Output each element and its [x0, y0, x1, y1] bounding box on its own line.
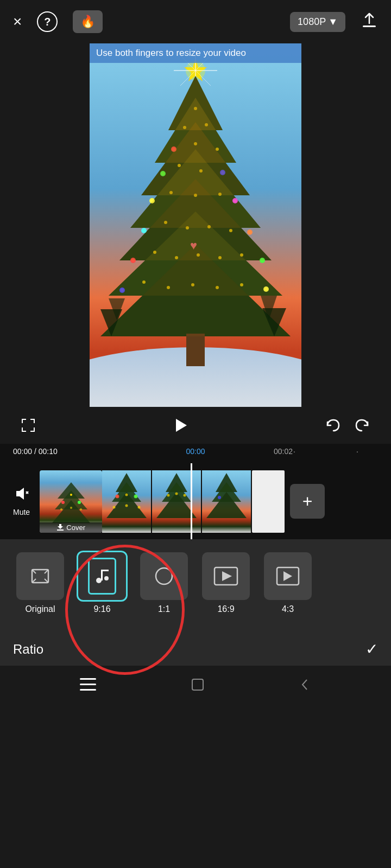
svg-point-108	[175, 492, 178, 495]
cover-download-icon	[56, 524, 64, 531]
svg-point-85	[78, 501, 81, 504]
dot2: ·	[356, 447, 358, 456]
marker2: 00:02	[274, 447, 293, 456]
11-label: 1:1	[158, 604, 170, 614]
bottom-nav	[0, 666, 391, 704]
video-strip: +	[102, 470, 391, 533]
svg-point-84	[61, 501, 65, 504]
menu-icon	[80, 678, 96, 691]
cover-thumbnail[interactable]: Cover	[40, 470, 102, 533]
strip-frame-2	[152, 470, 201, 533]
svg-point-114	[218, 496, 221, 499]
fire-button[interactable]: 🔥	[73, 10, 103, 33]
ratio-item-original[interactable]: Original	[13, 552, 67, 614]
add-clip-button[interactable]: +	[290, 484, 325, 519]
back-button[interactable]	[299, 678, 311, 692]
svg-rect-119	[101, 570, 109, 571]
original-label: Original	[25, 604, 55, 614]
ratio-item-9-16[interactable]: 9:16	[75, 552, 129, 614]
export-button[interactable]	[361, 11, 378, 33]
svg-point-58	[247, 229, 253, 235]
svg-point-99	[125, 504, 128, 507]
back-icon	[299, 678, 311, 692]
svg-rect-16	[186, 334, 205, 366]
original-icon	[29, 565, 51, 587]
timeline[interactable]: 00:00 / 00:10 00:00 · 00:02 ·	[0, 444, 391, 463]
svg-point-98	[113, 506, 116, 508]
track-area: Mute Cover	[0, 463, 391, 539]
ratio-item-16-9[interactable]: 16:9	[199, 552, 253, 614]
check-icon: ✓	[365, 640, 378, 658]
play-button[interactable]	[171, 416, 190, 435]
169-icon-wrap	[202, 552, 250, 600]
svg-rect-125	[80, 678, 96, 680]
tiktok-icon-wrap	[88, 558, 116, 595]
original-icon-wrap	[16, 552, 64, 600]
ratio-item-4-3[interactable]: 4:3	[261, 552, 315, 614]
916-icon-wrap	[78, 552, 126, 600]
ratio-item-1-1[interactable]: 1:1	[137, 552, 191, 614]
svg-rect-118	[101, 570, 103, 580]
ratio-title: Ratio	[13, 642, 43, 657]
svg-marker-83	[52, 500, 90, 523]
svg-point-87	[60, 508, 62, 510]
confirm-ratio-button[interactable]: ✓	[365, 640, 378, 658]
fullscreen-button[interactable]	[20, 417, 37, 434]
help-button[interactable]: ?	[37, 11, 58, 32]
playhead	[191, 463, 192, 539]
svg-marker-122	[222, 571, 232, 581]
current-time: 00:00 / 00:10	[13, 447, 58, 456]
resolution-button[interactable]: 1080P ▼	[290, 12, 345, 32]
svg-point-88	[70, 507, 72, 509]
11-icon	[153, 565, 175, 588]
top-bar-right: 1080P ▼	[290, 11, 378, 33]
history-controls	[324, 417, 371, 434]
cover-label: Cover	[40, 522, 102, 533]
close-button[interactable]: ×	[13, 13, 22, 30]
tiktok-icon	[93, 567, 111, 585]
svg-point-117	[104, 576, 109, 580]
export-icon	[361, 16, 378, 32]
controls-bar	[0, 407, 391, 444]
916-label: 9:16	[93, 604, 110, 614]
help-icon: ?	[37, 11, 58, 32]
close-icon: ×	[13, 13, 22, 30]
svg-marker-78	[16, 488, 24, 500]
ratio-footer: Ratio ✓	[0, 633, 391, 666]
11-icon-wrap	[140, 552, 188, 600]
svg-rect-0	[363, 25, 376, 27]
video-hint: Use both fingers to resize your video	[90, 43, 301, 63]
strip-frame-4	[252, 470, 285, 533]
undo-button[interactable]	[324, 417, 341, 434]
top-bar-left: × ? 🔥	[13, 10, 103, 33]
svg-point-107	[167, 494, 170, 496]
svg-point-100	[138, 506, 141, 508]
svg-rect-128	[192, 679, 203, 690]
cover-tree-icon	[49, 480, 93, 528]
svg-point-89	[80, 508, 82, 510]
home-button[interactable]	[191, 678, 205, 692]
video-preview[interactable]: Use both fingers to resize your video	[90, 43, 301, 407]
43-icon	[276, 566, 300, 586]
169-icon	[213, 566, 238, 586]
svg-marker-77	[176, 419, 187, 432]
svg-point-102	[134, 494, 138, 498]
svg-point-96	[125, 493, 128, 496]
svg-rect-127	[80, 689, 96, 691]
christmas-tree-scene: ♥	[90, 43, 301, 407]
strip-frame-3	[202, 470, 251, 533]
fire-icon: 🔥	[80, 15, 95, 29]
track-controls: Mute	[13, 486, 30, 516]
top-bar: × ? 🔥 1080P ▼	[0, 0, 391, 43]
mute-icon	[14, 486, 29, 505]
redo-button[interactable]	[354, 417, 371, 434]
dot1: ·	[293, 447, 295, 456]
svg-point-116	[96, 578, 102, 583]
timeline-timestamps: 00:00 / 00:10 00:00 · 00:02 ·	[0, 447, 391, 456]
43-icon-wrap	[264, 552, 312, 600]
43-label: 4:3	[282, 604, 294, 614]
menu-button[interactable]	[80, 678, 96, 691]
svg-rect-120	[156, 568, 172, 584]
169-label: 16:9	[217, 604, 234, 614]
ratio-items: Original 9:16	[13, 552, 378, 614]
